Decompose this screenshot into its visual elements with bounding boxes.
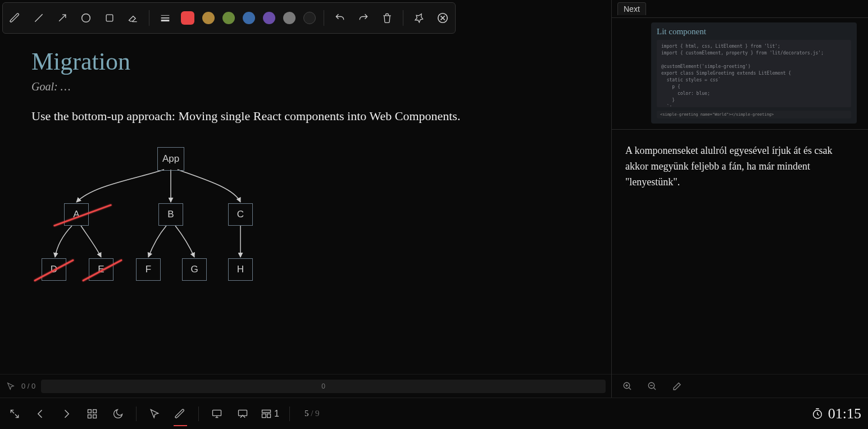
- trash-icon[interactable]: [379, 10, 395, 26]
- tree-node-g: G: [182, 258, 207, 281]
- tree-node-b: B: [158, 203, 183, 226]
- color-olive[interactable]: [202, 12, 215, 24]
- redo-icon[interactable]: [356, 10, 371, 26]
- preview-code-block: import { html, css, LitElement } from 'l…: [657, 40, 851, 107]
- cursor-icon[interactable]: [6, 381, 16, 391]
- next-slide-preview[interactable]: Lit component import { html, css, LitEle…: [651, 22, 857, 124]
- slide-body: Use the bottom-up approach: Moving singl…: [31, 109, 580, 124]
- color-purple[interactable]: [263, 12, 275, 24]
- speaker-notes: A komponenseket alulról egyesével írjuk …: [612, 129, 868, 374]
- dark-mode-icon[interactable]: [110, 406, 126, 422]
- slide-title: Migration: [31, 47, 580, 76]
- next-slide-header: Next: [612, 0, 868, 18]
- tree-node-h: H: [228, 258, 253, 281]
- layout-count: 1: [274, 409, 279, 419]
- eraser-tool-icon[interactable]: [125, 10, 141, 26]
- layout-icon[interactable]: 1: [261, 406, 279, 422]
- bottom-toolbar: 1 5 / 9 01:15: [0, 398, 868, 429]
- svg-rect-5: [88, 409, 92, 413]
- present-draw-icon[interactable]: [235, 406, 251, 422]
- drawing-toolbar: [2, 2, 456, 34]
- draw-mode-icon[interactable]: [172, 406, 188, 422]
- presenter-icon[interactable]: [209, 406, 225, 422]
- arrow-tool-icon[interactable]: [54, 10, 70, 26]
- brush-tool-icon[interactable]: [7, 10, 23, 26]
- grid-view-icon[interactable]: [84, 406, 100, 422]
- zoom-out-icon[interactable]: [644, 378, 660, 394]
- tree-node-f: F: [136, 258, 161, 281]
- slide-goal: Goal: …: [31, 80, 580, 93]
- color-green[interactable]: [222, 12, 235, 24]
- pin-icon[interactable]: [411, 10, 427, 26]
- timer[interactable]: 01:15: [811, 405, 861, 422]
- preview-title: Lit component: [657, 27, 851, 36]
- prev-slide-icon[interactable]: [33, 406, 48, 422]
- color-blue[interactable]: [243, 12, 255, 24]
- current-slide: Migration Goal: … Use the bottom-up appr…: [0, 36, 611, 374]
- edit-icon[interactable]: [669, 378, 685, 394]
- svg-rect-1: [106, 15, 113, 21]
- stroke-width-icon[interactable]: [157, 10, 173, 26]
- ellipse-tool-icon[interactable]: [78, 10, 94, 26]
- tree-node-app: App: [157, 147, 184, 171]
- svg-rect-8: [93, 414, 97, 418]
- zoom-in-icon[interactable]: [620, 378, 635, 394]
- color-grey[interactable]: [283, 12, 296, 24]
- left-footer: 0 / 0: [0, 374, 611, 398]
- color-black[interactable]: [303, 12, 316, 24]
- preview-usage-line: <simple-greeting name="World"></simple-g…: [657, 111, 851, 118]
- svg-rect-13: [267, 414, 271, 418]
- rect-tool-icon[interactable]: [102, 10, 117, 26]
- undo-icon[interactable]: [332, 10, 348, 26]
- svg-rect-6: [93, 409, 97, 413]
- drawing-input[interactable]: [41, 380, 606, 393]
- right-footer: [612, 374, 868, 398]
- svg-rect-9: [213, 410, 221, 416]
- svg-point-0: [82, 14, 90, 22]
- svg-rect-11: [262, 410, 271, 412]
- close-icon[interactable]: [435, 10, 451, 26]
- color-red-active[interactable]: [181, 11, 194, 25]
- line-tool-icon[interactable]: [31, 10, 47, 26]
- pointer-mode-icon[interactable]: [147, 406, 162, 422]
- component-tree-diagram: App A B C D E F G H: [31, 135, 312, 292]
- tree-node-c: C: [228, 203, 253, 226]
- next-tab-label[interactable]: Next: [617, 2, 646, 15]
- svg-rect-7: [88, 414, 92, 418]
- drawing-count: 0 / 0: [21, 382, 35, 390]
- svg-rect-12: [262, 414, 266, 418]
- page-indicator: 5 / 9: [305, 409, 320, 418]
- timer-value: 01:15: [828, 405, 861, 422]
- fullscreen-icon[interactable]: [7, 406, 22, 422]
- next-slide-icon[interactable]: [58, 406, 74, 422]
